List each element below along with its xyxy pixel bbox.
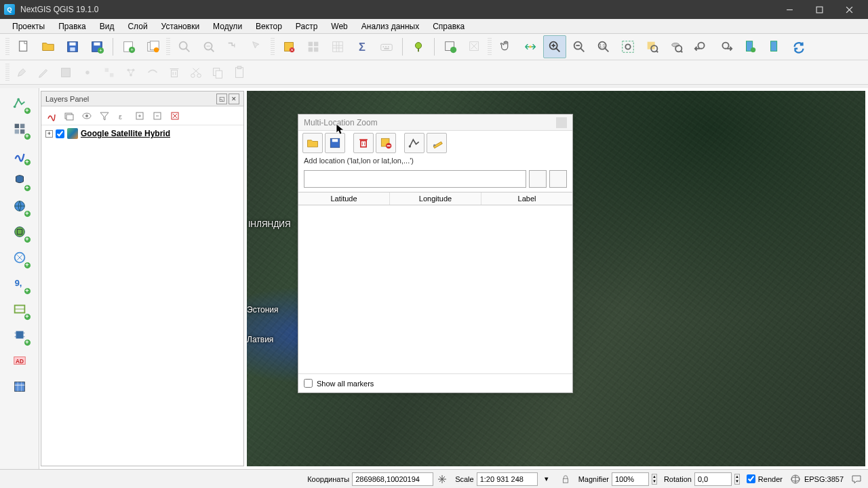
mlz-pick-button[interactable] [549,170,567,188]
epsg-label[interactable]: EPSG:3857 [804,475,844,483]
collapse-button[interactable] [150,108,165,123]
crs-icon[interactable] [789,473,802,485]
layout-manager-button[interactable] [142,35,165,58]
open-project-button[interactable] [37,35,60,58]
mlz-add-button[interactable] [529,170,547,188]
move-feature-button[interactable] [99,62,119,83]
bookmark-new-button[interactable] [738,35,762,58]
mlz-input[interactable] [304,170,526,188]
expand-button[interactable] [132,108,147,123]
add-csv-button[interactable]: 9,+ [9,272,31,294]
menu-analysis[interactable]: Анализ данных [355,20,426,33]
menu-layer[interactable]: Слой [121,20,154,33]
menu-raster[interactable]: Растр [289,20,324,33]
add-postgis-button[interactable]: + [9,169,31,191]
node-tool-button[interactable] [121,62,141,83]
reshape-button[interactable] [142,62,163,83]
coord-value[interactable] [352,472,433,486]
zoom-layer-button[interactable] [665,35,688,58]
layers-tree[interactable]: + Google Satellite Hybrid [41,125,243,466]
menu-projects[interactable]: Проекты [5,20,52,33]
pan-selection-button[interactable] [519,35,542,58]
style-button[interactable] [44,108,59,123]
mlz-float-button[interactable] [556,117,567,128]
zoom-next-button[interactable] [714,35,737,58]
mlz-col-lon[interactable]: Longitude [390,192,481,205]
add-ad-button[interactable]: AD [9,350,31,371]
scale-dropdown-icon[interactable]: ▾ [540,473,553,485]
mlz-open-button[interactable] [302,133,323,153]
box-x-button[interactable] [463,35,486,58]
zoom-in-button[interactable] [543,35,566,58]
menu-help[interactable]: Справка [426,20,471,33]
panel-close-button[interactable]: ✕ [229,94,239,104]
mlz-delete-button[interactable] [353,133,374,153]
save-as-button[interactable]: + [85,35,108,58]
menu-edit[interactable]: Правка [52,20,93,33]
zoom-button[interactable] [173,35,196,58]
grid-button[interactable] [326,35,349,58]
close-button[interactable] [834,0,864,19]
field-calc-button[interactable] [302,35,325,58]
mag-spinner[interactable]: ▲▼ [652,474,657,485]
add-group-button[interactable] [62,108,77,123]
zoom-selection-button[interactable] [641,35,664,58]
select-caret-button[interactable] [222,35,245,58]
mlz-save-button[interactable] [325,133,345,153]
panel-undock-button[interactable]: ◱ [216,94,227,104]
mlz-table-body[interactable] [298,205,572,373]
menu-vector[interactable]: Вектор [249,20,289,33]
copy-button[interactable] [208,62,228,83]
sigma-button[interactable]: Σ [351,35,374,58]
add-wms-button[interactable]: + [9,195,31,217]
filter-button[interactable] [97,108,112,123]
add-virtual-button[interactable]: + [9,298,31,320]
menu-settings[interactable]: Установки [155,20,206,33]
mag-value[interactable] [612,472,649,486]
marker-button[interactable] [407,35,430,58]
add-calendar-button[interactable] [9,375,31,397]
add-chip-button[interactable]: + [9,324,31,346]
layer-row[interactable]: + Google Satellite Hybrid [45,128,239,139]
extents-icon[interactable] [436,473,448,485]
rot-value[interactable] [694,472,732,486]
mlz-col-lat[interactable]: Latitude [298,192,390,205]
mlz-col-label[interactable]: Label [481,192,572,205]
render-checkbox[interactable] [747,474,755,483]
add-wfs-button[interactable]: + [9,247,31,268]
layer-name[interactable]: Google Satellite Hybrid [81,129,170,138]
delete-button[interactable] [164,62,184,83]
edit-button[interactable] [12,62,33,83]
maximize-button[interactable] [804,0,834,19]
yellow-box-button[interactable] [277,35,300,58]
menu-web[interactable]: Web [324,20,354,33]
keyboard-button[interactable] [375,35,398,58]
expression-button[interactable]: ε [115,108,130,123]
menu-plugins[interactable]: Модули [206,20,249,33]
box-green-button[interactable] [439,35,462,58]
bookmarks-button[interactable] [763,35,786,58]
mlz-showall-checkbox[interactable] [304,379,313,388]
minimize-button[interactable] [774,0,804,19]
pan-button[interactable] [494,35,517,58]
zoom-out-button[interactable] [568,35,591,58]
messages-icon[interactable] [850,473,863,485]
refresh-button[interactable] [787,35,810,58]
zoom-full-button[interactable] [616,35,639,58]
identify-button[interactable] [246,35,269,58]
new-layout-button[interactable]: + [117,35,140,58]
edit-save-button[interactable] [56,62,76,83]
cut-button[interactable] [186,62,206,83]
rot-spinner[interactable]: ▲▼ [734,474,740,485]
scale-value[interactable] [477,472,538,486]
zoom-native-button[interactable]: 1:1 [592,35,615,58]
add-raster-button[interactable]: + [9,118,31,140]
zoom-all-button[interactable] [197,35,220,58]
remove-layer-button[interactable] [167,108,182,123]
add-feature-button[interactable] [77,62,98,83]
expand-toggle[interactable]: + [45,130,53,138]
add-vector-button[interactable]: + [9,92,31,114]
lock-icon[interactable] [559,473,572,485]
zoom-last-button[interactable] [690,35,713,58]
paste-button[interactable] [229,62,250,83]
